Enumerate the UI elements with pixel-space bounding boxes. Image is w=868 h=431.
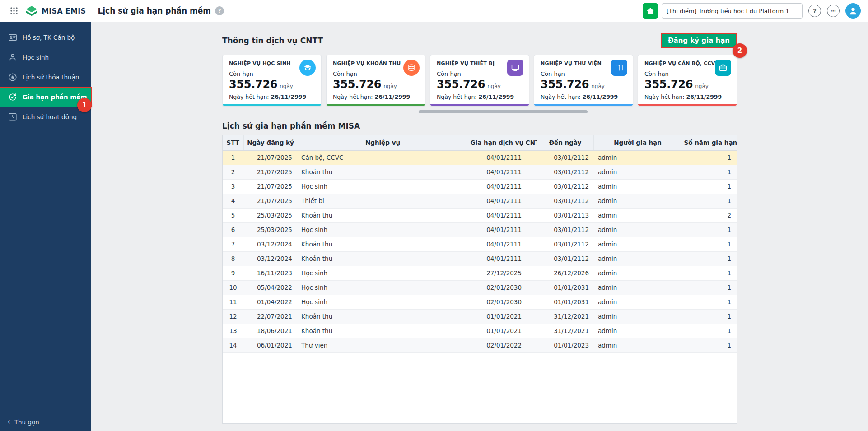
table-row[interactable]: 703/12/2024Khoản thu04/01/211103/01/2112… bbox=[223, 237, 737, 251]
table-cell: 04/01/2111 bbox=[468, 165, 537, 179]
app-launcher-grid-icon[interactable] bbox=[7, 4, 21, 18]
misa-logo-icon bbox=[25, 5, 38, 17]
table-cell: Thiết bị bbox=[298, 194, 468, 208]
school-home-button[interactable] bbox=[643, 3, 658, 19]
books-icon bbox=[611, 60, 627, 76]
table-row[interactable]: 1005/04/2022Học sinh02/01/203001/01/2031… bbox=[223, 280, 737, 295]
table-row[interactable]: 625/03/2025Học sinh04/01/211103/01/2112a… bbox=[223, 222, 737, 237]
sidebar-item-lich-su-thoa-thuan[interactable]: Lịch sử thỏa thuận bbox=[0, 67, 91, 87]
table-row[interactable]: 1222/07/2021Khoản thu01/01/202131/12/202… bbox=[223, 309, 737, 324]
more-options-icon[interactable]: ⋯ bbox=[827, 5, 840, 17]
card-accent-bar bbox=[534, 104, 633, 106]
school-selector-input[interactable] bbox=[662, 3, 803, 19]
register-renewal-button[interactable]: Đăng ký gia hạn bbox=[662, 34, 736, 47]
card-days: 355.726 ngày bbox=[333, 78, 419, 91]
table-cell: 7 bbox=[223, 237, 243, 251]
table-row[interactable]: 916/11/2023Học sinh27/12/202526/12/2026a… bbox=[223, 266, 737, 280]
table-cell: admin bbox=[593, 194, 682, 208]
table-cell: 6 bbox=[223, 222, 243, 237]
table-row[interactable]: 1101/04/2022Học sinh02/01/203001/01/2031… bbox=[223, 295, 737, 309]
card-days-remaining: 355.726 bbox=[437, 78, 485, 91]
column-header[interactable]: Đến ngày bbox=[537, 135, 593, 150]
card-days-remaining: 355.726 bbox=[333, 78, 381, 91]
table-cell: 02/01/2030 bbox=[468, 295, 537, 309]
column-header[interactable]: Người gia hạn bbox=[593, 135, 682, 150]
table-cell: 9 bbox=[223, 266, 243, 280]
table-cell: admin bbox=[593, 338, 682, 352]
service-card[interactable]: NGHIỆP VỤ CÁN BỘ, CCVC Còn hạn 355.726 n… bbox=[638, 55, 737, 106]
sidebar-item-lich-su-hoat-dong[interactable]: Lịch sử hoạt động bbox=[0, 107, 91, 127]
card-expiry-label: Ngày hết hạn: bbox=[437, 93, 477, 100]
user-avatar[interactable] bbox=[845, 3, 861, 19]
table-cell: Khoản thu bbox=[298, 251, 468, 266]
sidebar-item-label: Học sinh bbox=[23, 54, 49, 61]
card-expiry-date: 26/11/2999 bbox=[479, 93, 514, 100]
table-cell: Học sinh bbox=[298, 295, 468, 309]
table-cell: 21/07/2025 bbox=[243, 194, 298, 208]
table-cell: 3 bbox=[223, 179, 243, 194]
table-row[interactable]: 421/07/2025Thiết bị04/01/211103/01/2112a… bbox=[223, 194, 737, 208]
table-cell: 04/01/2111 bbox=[468, 194, 537, 208]
service-card[interactable]: NGHIỆP VỤ THIẾT BỊ Còn hạn 355.726 ngày … bbox=[430, 55, 529, 106]
table-row[interactable]: 525/03/2025Khoản thu04/01/211103/01/2113… bbox=[223, 208, 737, 222]
service-card[interactable]: NGHIỆP VỤ HỌC SINH Còn hạn 355.726 ngày … bbox=[222, 55, 322, 106]
cards-scrollbar-thumb[interactable] bbox=[419, 110, 588, 113]
table-cell: 01/01/2021 bbox=[468, 324, 537, 338]
card-expiry: Ngày hết hạn: 26/11/2999 bbox=[333, 93, 419, 100]
card-expiry: Ngày hết hạn: 26/11/2999 bbox=[541, 93, 626, 100]
cards-scrollbar-track[interactable] bbox=[222, 110, 737, 113]
card-expiry: Ngày hết hạn: 26/11/2999 bbox=[437, 93, 523, 100]
card-title: NGHIỆP VỤ THƯ VIỆN bbox=[541, 60, 612, 66]
card-accent-bar bbox=[327, 104, 425, 106]
table-cell: 1 bbox=[682, 179, 737, 194]
card-expiry: Ngày hết hạn: 26/11/2999 bbox=[229, 93, 315, 100]
table-cell: 04/01/2111 bbox=[468, 251, 537, 266]
column-header[interactable]: Số năm gia hạn bbox=[682, 135, 737, 150]
table-cell: admin bbox=[593, 222, 682, 237]
card-days-unit: ngày bbox=[695, 83, 709, 89]
table-row[interactable]: 221/07/2025Khoản thu04/01/211103/01/2112… bbox=[223, 165, 737, 179]
table-cell: 14 bbox=[223, 338, 243, 352]
table-cell: 1 bbox=[682, 222, 737, 237]
card-days: 355.726 ngày bbox=[541, 78, 626, 91]
sidebar-item-ho-so-tk-can-bo[interactable]: Hồ sơ, TK Cán bộ bbox=[0, 28, 91, 47]
table-row[interactable]: 321/07/2025Học sinh04/01/211103/01/2112a… bbox=[223, 179, 737, 194]
column-header[interactable]: STT bbox=[223, 135, 243, 150]
collapse-sidebar-button[interactable]: ‹ Thu gọn bbox=[0, 412, 91, 431]
card-days-unit: ngày bbox=[280, 83, 293, 89]
table-cell: 21/07/2025 bbox=[243, 179, 298, 194]
column-header[interactable]: Ngày đăng ký bbox=[243, 135, 298, 150]
table-cell: 03/01/2112 bbox=[537, 222, 593, 237]
sidebar-item-hoc-sinh[interactable]: Học sinh bbox=[0, 47, 91, 67]
table-cell: 25/03/2025 bbox=[243, 208, 298, 222]
table-cell: admin bbox=[593, 179, 682, 194]
column-header[interactable]: Nghiệp vụ bbox=[298, 135, 468, 150]
service-card[interactable]: NGHIỆP VỤ THƯ VIỆN Còn hạn 355.726 ngày … bbox=[534, 55, 633, 106]
house-icon bbox=[646, 6, 655, 15]
annotation-badge-1: 1 bbox=[77, 98, 92, 112]
sidebar: Hồ sơ, TK Cán bộ Học sinh Lịch sử thỏa t… bbox=[0, 22, 91, 431]
column-header[interactable]: Gia hạn dịch vụ CNTT từ r bbox=[468, 135, 537, 150]
table-cell: Khoản thu bbox=[298, 165, 468, 179]
table-cell: 1 bbox=[682, 280, 737, 295]
card-expiry: Ngày hết hạn: 26/11/2999 bbox=[644, 93, 730, 100]
table-row[interactable]: 803/12/2024Khoản thu04/01/211103/01/2112… bbox=[223, 251, 737, 266]
page-help-icon[interactable]: ? bbox=[215, 6, 224, 15]
table-cell: 1 bbox=[682, 165, 737, 179]
table-cell: 4 bbox=[223, 194, 243, 208]
service-card[interactable]: NGHIỆP VỤ KHOẢN THU Còn hạn 355.726 ngày… bbox=[326, 55, 425, 106]
topbar: MISA EMIS Lịch sử gia hạn phần mềm ? ? ⋯ bbox=[0, 0, 868, 22]
table-row[interactable]: 121/07/2025Cán bộ, CCVC04/01/211103/01/2… bbox=[223, 150, 737, 165]
table-cell: 1 bbox=[682, 338, 737, 352]
table-cell: 01/01/2023 bbox=[537, 338, 593, 352]
table-cell: 1 bbox=[223, 150, 243, 165]
table-row[interactable]: 1318/06/2021Khoản thu01/01/202131/12/202… bbox=[223, 324, 737, 338]
sidebar-item-gia-han-phan-mem[interactable]: Gia hạn phần mềm 1 bbox=[0, 87, 91, 107]
misa-emis-logo[interactable]: MISA EMIS bbox=[25, 5, 86, 17]
table-cell: 10 bbox=[223, 280, 243, 295]
sidebar-item-label: Gia hạn phần mềm bbox=[23, 93, 87, 101]
sidebar-item-label: Lịch sử thỏa thuận bbox=[23, 74, 79, 81]
help-icon[interactable]: ? bbox=[808, 5, 821, 17]
table-cell: 01/01/2031 bbox=[537, 295, 593, 309]
table-row[interactable]: 1406/01/2021Thư viện02/01/202201/01/2023… bbox=[223, 338, 737, 352]
